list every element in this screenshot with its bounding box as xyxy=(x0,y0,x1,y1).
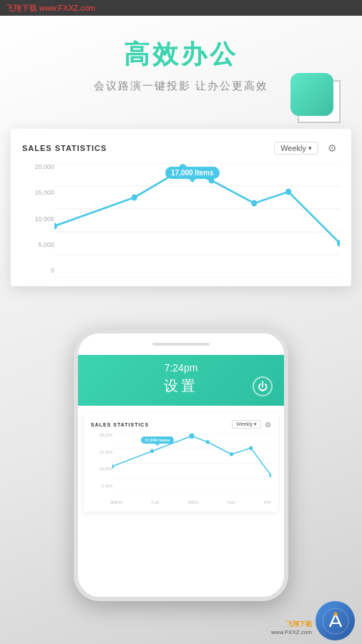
phone-y-15k: 15,000 xyxy=(91,450,112,454)
svg-point-25 xyxy=(323,608,348,634)
y-label-20k: 20,000 xyxy=(22,163,54,170)
svg-point-22 xyxy=(230,452,233,456)
card-title: SALES STATISTICS xyxy=(22,144,107,152)
logo-svg xyxy=(321,607,350,635)
phone-time: 7:24pm xyxy=(89,362,273,374)
phone-x-fri: FRI xyxy=(264,500,271,504)
phone-notch-bar xyxy=(152,343,210,346)
phone-card-title: SALES STATISTICS xyxy=(91,422,149,427)
svg-point-6 xyxy=(54,223,57,229)
phone-y-0: 0 xyxy=(91,500,112,504)
phone-card-header: SALES STATISTICS Weekly ⚙ xyxy=(91,420,271,429)
bottom-watermark: 飞翔下载 www.FXXZ.com xyxy=(276,601,362,644)
bottom-url-text: www.FXXZ.com xyxy=(271,629,312,635)
phone-weekly-button[interactable]: Weekly xyxy=(232,420,261,429)
phone-gear-icon[interactable]: ⚙ xyxy=(265,421,271,429)
header-title: 高效办公 xyxy=(14,37,348,72)
y-label-15k: 15,000 xyxy=(22,189,54,196)
phone-line-chart xyxy=(112,433,271,494)
y-axis-labels: 20,000 15,000 10,000 5,000 0 xyxy=(22,163,54,278)
phone-chart-svg-container xyxy=(112,433,271,494)
main-background: 高效办公 会议路演一键投影 让办公更高效 SALES STATISTICS We… xyxy=(0,16,362,644)
phone-chart-area: 20,000 15,000 10,000 5,000 0 17,000 Item… xyxy=(91,433,271,504)
chart-svg-area: 17,000 Items xyxy=(54,163,340,278)
phone-settings-title: 设置 xyxy=(164,376,198,396)
bottom-logo-circle xyxy=(315,601,355,640)
phone-body: 7:24pm 设置 ⏻ SALES STATISTICS Weekly ⚙ xyxy=(74,329,288,601)
y-label-0: 0 xyxy=(22,267,54,274)
watermark-text: 飞翔下载 www.FXXZ.com xyxy=(6,3,95,14)
phone-chart-card: SALES STATISTICS Weekly ⚙ 20,000 15,000 … xyxy=(84,413,278,512)
svg-point-20 xyxy=(189,434,194,439)
phone-power-icon[interactable]: ⏻ xyxy=(253,376,273,396)
bottom-brand-text: 飞翔下载 xyxy=(271,620,312,629)
svg-point-26 xyxy=(333,612,337,615)
phone-y-20k: 20,000 xyxy=(91,433,112,437)
svg-point-19 xyxy=(150,449,154,453)
decoration-container xyxy=(290,73,333,116)
svg-point-18 xyxy=(112,464,114,468)
chart-area: 20,000 15,000 10,000 5,000 0 17,000 Item… xyxy=(22,163,340,278)
card-header: SALES STATISTICS Weekly ⚙ xyxy=(22,140,340,156)
phone-x-wed: WED xyxy=(188,500,198,504)
big-stats-card: SALES STATISTICS Weekly ⚙ 20,000 15,000 … xyxy=(11,129,351,286)
phone-teal-header: 7:24pm 设置 ⏻ xyxy=(78,355,284,406)
tooltip-bubble: 17,000 Items xyxy=(165,167,220,179)
phone-mockup-container: 7:24pm 设置 ⏻ SALES STATISTICS Weekly ⚙ xyxy=(74,329,288,601)
square-inner xyxy=(290,73,333,116)
phone-card-controls: Weekly ⚙ xyxy=(232,420,271,429)
phone-x-mon: MON xyxy=(112,500,122,504)
phone-x-thu: THU xyxy=(227,500,235,504)
watermark-bar: 飞翔下载 www.FXXZ.com xyxy=(0,0,362,16)
line-chart-svg xyxy=(54,163,340,278)
svg-point-11 xyxy=(285,188,291,195)
svg-point-7 xyxy=(132,194,137,200)
card-controls: Weekly ⚙ xyxy=(274,140,340,156)
phone-y-5k: 5,000 xyxy=(91,484,112,488)
svg-point-21 xyxy=(206,440,210,444)
phone-x-labels: MON TUE WED THU FRI xyxy=(112,500,271,504)
svg-point-23 xyxy=(249,447,253,450)
y-label-5k: 5,000 xyxy=(22,241,54,248)
weekly-button[interactable]: Weekly xyxy=(274,142,318,155)
phone-x-tue: TUE xyxy=(151,500,160,504)
phone-notch-area xyxy=(78,333,284,355)
phone-y-labels: 20,000 15,000 10,000 5,000 0 xyxy=(91,433,112,504)
gear-icon[interactable]: ⚙ xyxy=(324,140,340,156)
phone-settings-row: 设置 ⏻ xyxy=(89,376,273,396)
phone-y-10k: 10,000 xyxy=(91,467,112,471)
bottom-logo-text: 飞翔下载 www.FXXZ.com xyxy=(271,620,312,635)
y-label-10k: 10,000 xyxy=(22,215,54,223)
svg-point-10 xyxy=(251,200,257,206)
